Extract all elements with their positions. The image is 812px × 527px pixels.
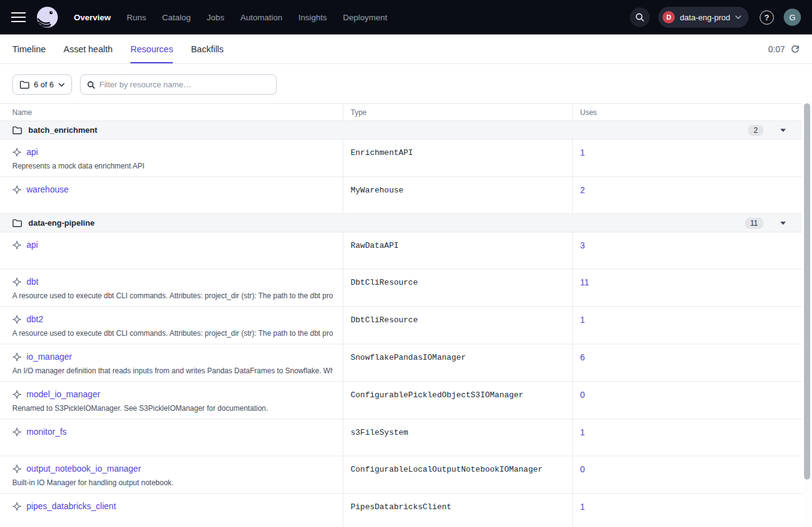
uses-count-link[interactable]: 3 — [580, 240, 585, 250]
name-cell: dbt A resource used to execute dbt CLI c… — [0, 269, 343, 306]
uses-count-link[interactable]: 1 — [580, 315, 585, 325]
uses-count-link[interactable]: 11 — [580, 277, 589, 287]
uses-cell: 1 — [572, 140, 802, 176]
dagster-logo-icon[interactable] — [36, 6, 59, 29]
group-filter-dropdown[interactable]: 6 of 6 — [12, 74, 72, 95]
resource-name-link[interactable]: dbt2 — [26, 314, 43, 324]
tab[interactable]: Backfills — [191, 34, 223, 63]
column-header-uses: Uses — [572, 104, 802, 121]
folder-icon — [20, 81, 30, 89]
group-name: batch_enrichment — [28, 125, 97, 135]
uses-count-link[interactable]: 2 — [580, 185, 585, 195]
uses-cell: 6 — [572, 344, 802, 381]
uses-cell: 0 — [572, 382, 802, 419]
column-header-name: Name — [0, 104, 343, 121]
resource-description: An I/O manager definition that reads inp… — [12, 367, 333, 375]
deployment-switcher[interactable]: D data-eng-prod — [658, 7, 749, 28]
tab[interactable]: Asset health — [63, 34, 113, 63]
avatar[interactable]: G — [784, 9, 801, 26]
resource-name-link[interactable]: io_manager — [26, 352, 72, 362]
resource-name-link[interactable]: model_io_manager — [26, 389, 100, 399]
uses-count-link[interactable]: 1 — [580, 148, 585, 157]
resource-icon — [12, 315, 22, 324]
resource-description: Represents a mock data enrichment API — [12, 162, 333, 170]
resource-name-link[interactable]: dbt — [26, 277, 38, 287]
table-row: api RawDataAPI 3 — [0, 232, 802, 269]
refresh-icon[interactable] — [790, 44, 800, 53]
group-filter-label: 6 of 6 — [34, 80, 54, 89]
type-cell: DbtCliResource — [343, 269, 572, 306]
table-row: monitor_fs s3FileSystem 1 — [0, 419, 802, 456]
table-row: warehouse MyWarehouse 2 — [0, 177, 802, 214]
nav-item[interactable]: Jobs — [207, 13, 225, 22]
resource-icon — [12, 390, 22, 399]
tab[interactable]: Timeline — [12, 34, 46, 63]
chevron-down-icon — [735, 15, 741, 19]
resource-name-link[interactable]: api — [26, 147, 38, 157]
uses-count-link[interactable]: 0 — [580, 464, 585, 474]
name-cell: model_io_manager Renamed to S3PickleIOMa… — [0, 382, 343, 419]
nav-item[interactable]: Catalog — [162, 13, 191, 22]
refresh-timer: 0:07 — [768, 44, 785, 54]
scrollbar-thumb[interactable] — [804, 103, 810, 480]
uses-cell: 1 — [572, 494, 802, 527]
resource-filter-input[interactable] — [100, 80, 270, 89]
resource-description: A resource used to execute dbt CLI comma… — [12, 291, 333, 300]
uses-cell: 11 — [572, 269, 802, 306]
help-icon[interactable]: ? — [760, 10, 774, 25]
resource-name-link[interactable]: api — [26, 240, 38, 250]
nav-item[interactable]: Overview — [74, 13, 111, 22]
resource-description: Renamed to S3PickleIOManager. See S3Pick… — [12, 404, 333, 413]
type-cell: PipesDatabricksClient — [343, 494, 572, 527]
uses-count-link[interactable]: 1 — [580, 502, 585, 512]
uses-count-link[interactable]: 6 — [580, 352, 585, 362]
collapse-caret-icon[interactable] — [780, 129, 786, 132]
name-cell: io_manager An I/O manager definition tha… — [0, 344, 343, 381]
group-count-badge: 11 — [745, 218, 763, 229]
resource-name-link[interactable]: pipes_databricks_client — [26, 501, 116, 511]
group-count-badge: 2 — [748, 125, 763, 136]
table-row: pipes_databricks_client PipesDatabricksC… — [0, 494, 802, 527]
resource-group-row[interactable]: data-eng-pipeline 11 — [0, 214, 802, 232]
nav-item[interactable]: Insights — [298, 13, 327, 22]
resource-description: A resource used to execute dbt CLI comma… — [12, 329, 333, 338]
type-cell: SnowflakePandasIOManager — [343, 344, 572, 381]
top-navigation-bar: OverviewRunsCatalogJobsAutomationInsight… — [0, 0, 812, 34]
uses-cell: 1 — [572, 307, 802, 344]
uses-cell: 0 — [572, 456, 802, 493]
uses-count-link[interactable]: 1 — [580, 427, 585, 437]
resource-icon — [12, 148, 22, 157]
nav-item[interactable]: Deployment — [343, 13, 387, 22]
deployment-badge: D — [663, 11, 675, 23]
name-cell: dbt2 A resource used to execute dbt CLI … — [0, 307, 343, 344]
nav-item[interactable]: Automation — [241, 13, 282, 22]
resource-icon — [12, 277, 22, 287]
table-row: dbt A resource used to execute dbt CLI c… — [0, 269, 802, 307]
nav-item[interactable]: Runs — [127, 13, 146, 22]
type-cell: DbtCliResource — [343, 307, 572, 344]
type-cell: ConfigurableLocalOutputNotebookIOManager — [343, 456, 572, 493]
resource-icon — [12, 240, 22, 250]
menu-icon[interactable] — [11, 12, 26, 22]
collapse-caret-icon[interactable] — [780, 221, 786, 225]
search-icon[interactable] — [630, 7, 650, 27]
vertical-scrollbar — [803, 103, 811, 527]
uses-count-link[interactable]: 0 — [580, 390, 585, 400]
table-row: output_notebook_io_manager Built-in IO M… — [0, 456, 802, 494]
column-header-type: Type — [343, 104, 572, 121]
resource-name-link[interactable]: monitor_fs — [26, 427, 66, 437]
resource-name-link[interactable]: output_notebook_io_manager — [26, 464, 141, 474]
resource-icon — [12, 352, 22, 362]
table-header: Name Type Uses — [0, 104, 802, 121]
resources-toolbar: 6 of 6 — [0, 64, 812, 95]
resource-icon — [12, 185, 22, 194]
resource-group-row[interactable]: batch_enrichment 2 — [0, 121, 802, 140]
table-row: dbt2 A resource used to execute dbt CLI … — [0, 307, 802, 344]
deployment-name: data-eng-prod — [680, 13, 730, 22]
name-cell: api — [0, 232, 343, 269]
tab[interactable]: Resources — [130, 34, 173, 63]
resource-name-link[interactable]: warehouse — [26, 184, 69, 194]
resources-table: Name Type Uses batch_enrichment 2 api — [0, 103, 802, 527]
type-cell: RawDataAPI — [343, 232, 572, 269]
refresh-area: 0:07 — [768, 34, 800, 63]
